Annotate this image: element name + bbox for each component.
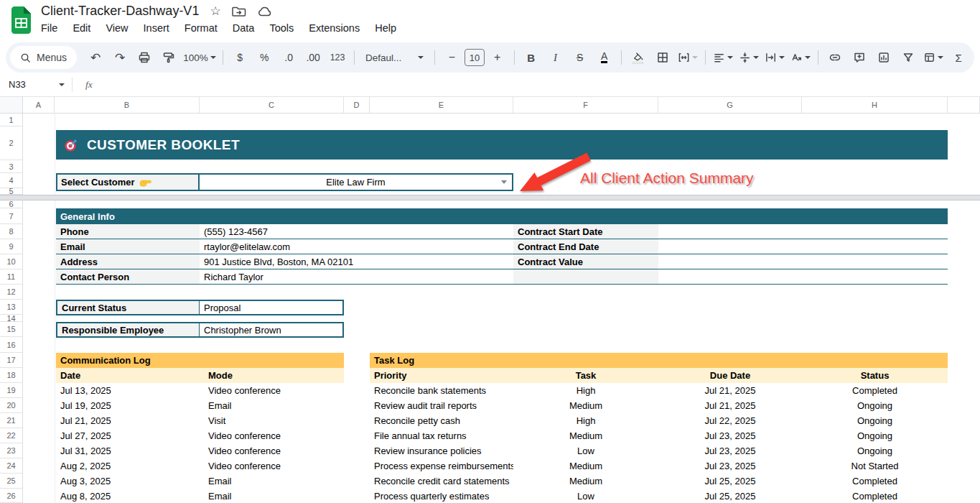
gi-label-contract-value[interactable]: Contract Value (513, 254, 658, 269)
comm-log-mode-cell[interactable]: Video conference (204, 385, 344, 396)
column-header-G[interactable]: G (658, 97, 802, 114)
gi-label-phone[interactable]: Phone (56, 224, 200, 239)
font-select[interactable]: Defaul... (360, 47, 429, 68)
bold-button[interactable]: B (520, 47, 543, 68)
task-log-status-cell[interactable]: Completed (802, 476, 948, 486)
menus-search-button[interactable]: Menus (10, 46, 77, 69)
row-header-12[interactable]: 12 (0, 285, 23, 300)
row-header-16[interactable]: 16 (0, 337, 23, 353)
task-log-col-priority[interactable]: Priority (370, 370, 513, 381)
create-filter-button[interactable] (897, 47, 920, 68)
task-log-task-cell[interactable]: Review audit trail reports (370, 400, 513, 411)
cloud-status-icon[interactable] (257, 6, 273, 17)
comm-log-date-cell[interactable]: Jul 27, 2025 (56, 430, 204, 441)
task-log-task-cell[interactable]: Reconcile credit card statements (370, 476, 513, 486)
task-log-due-date-cell[interactable]: Jul 25, 2025 (658, 491, 802, 502)
task-log-due-date-cell[interactable]: Jul 22, 2025 (658, 415, 802, 426)
task-log-task-cell[interactable]: Process quarterly estimates (370, 491, 513, 502)
task-log-status-cell[interactable]: Completed (802, 491, 948, 502)
zoom-select[interactable]: 100% (182, 47, 218, 68)
row-header-5[interactable]: 5 (0, 188, 23, 195)
gi-value-cell[interactable]: Richard Taylor (200, 269, 513, 284)
general-info-header[interactable]: General Info (56, 208, 948, 224)
task-log-col-due-date[interactable]: Due Date (658, 370, 802, 381)
text-color-button[interactable]: A (593, 47, 616, 68)
row-header-18[interactable]: 18 (0, 368, 23, 383)
responsible-employee-value[interactable]: Christopher Brown (200, 323, 342, 336)
insert-link-button[interactable] (823, 47, 846, 68)
responsible-employee-label[interactable]: Responsible Employee (57, 323, 200, 336)
task-log-due-date-cell[interactable]: Jul 23, 2025 (658, 446, 802, 456)
comm-log-col-date[interactable]: Date (56, 370, 204, 381)
task-log-status-cell[interactable]: Completed (802, 385, 948, 396)
menu-help[interactable]: Help (375, 22, 396, 34)
gi-label-email[interactable]: Email (56, 239, 200, 254)
name-box[interactable]: N33 (0, 79, 65, 90)
gi-value-cell[interactable] (658, 224, 948, 239)
column-header-H[interactable]: H (802, 97, 948, 114)
task-log-task-cell[interactable]: Reconcile bank statements (370, 385, 513, 396)
increase-font-size-button[interactable]: + (486, 47, 509, 68)
text-wrap-button[interactable] (762, 47, 787, 68)
row-header-2[interactable]: 2 (0, 126, 23, 160)
task-log-header[interactable]: Task Log (370, 353, 948, 368)
insert-chart-button[interactable] (872, 47, 895, 68)
select-customer-label-cell[interactable]: Select Customer (57, 175, 200, 190)
merge-cells-button[interactable] (676, 47, 700, 68)
column-header-B[interactable]: B (55, 97, 200, 114)
currency-format-button[interactable]: $ (228, 47, 251, 68)
menu-edit[interactable]: Edit (73, 22, 90, 34)
text-rotate-button[interactable] (788, 47, 813, 68)
insert-comment-button[interactable] (848, 47, 871, 68)
move-folder-icon[interactable] (232, 6, 246, 17)
increase-decimal-button[interactable]: .00 (302, 47, 325, 68)
task-log-task-cell[interactable]: File annual tax returns (370, 430, 513, 441)
menu-tools[interactable]: Tools (269, 22, 294, 34)
italic-button[interactable]: I (544, 47, 567, 68)
row-header-6[interactable]: 6 (0, 200, 23, 208)
comm-log-date-cell[interactable]: Aug 3, 2025 (56, 476, 204, 486)
document-title[interactable]: Client-Tracker-Dashway-V1 (41, 4, 199, 19)
row-header-13[interactable]: 13 (0, 300, 23, 315)
task-log-status-cell[interactable]: Ongoing (802, 430, 948, 441)
task-log-priority-cell[interactable]: Medium (513, 461, 658, 471)
decrease-font-size-button[interactable]: − (440, 47, 463, 68)
gi-value-cell[interactable]: (555) 123-4567 (200, 224, 513, 239)
comm-log-date-cell[interactable]: Jul 31, 2025 (56, 446, 204, 456)
task-log-priority-cell[interactable]: High (513, 385, 658, 396)
task-log-priority-cell[interactable]: Low (513, 446, 658, 456)
task-log-due-date-cell[interactable]: Jul 21, 2025 (658, 385, 802, 396)
row-header-1[interactable]: 1 (0, 114, 23, 126)
undo-button[interactable]: ↶ (84, 47, 107, 68)
fill-color-button[interactable] (627, 47, 650, 68)
paint-format-button[interactable] (157, 47, 180, 68)
task-log-status-cell[interactable]: Ongoing (802, 400, 948, 411)
current-status-label[interactable]: Current Status (57, 301, 200, 314)
comm-log-mode-cell[interactable]: Email (204, 400, 344, 411)
task-log-due-date-cell[interactable]: Jul 25, 2025 (658, 476, 802, 486)
gi-value-cell[interactable] (658, 269, 948, 284)
sheets-logo-icon[interactable] (11, 6, 31, 34)
menu-data[interactable]: Data (233, 22, 255, 34)
select-all-corner[interactable] (0, 97, 23, 114)
row-header-4[interactable]: 4 (0, 173, 23, 188)
frozen-rows-divider[interactable] (0, 195, 980, 200)
row-header-22[interactable]: 22 (0, 428, 23, 443)
column-header-E[interactable]: E (370, 97, 513, 114)
comm-log-mode-cell[interactable]: Video conference (204, 461, 344, 471)
column-header-C[interactable]: C (200, 97, 344, 114)
task-log-priority-cell[interactable]: Medium (513, 476, 658, 486)
row-header-24[interactable]: 24 (0, 458, 23, 474)
task-log-status-cell[interactable]: Not Started (802, 461, 948, 471)
gi-label-blank[interactable] (513, 269, 658, 284)
strikethrough-button[interactable]: S (569, 47, 592, 68)
functions-button[interactable]: Σ (947, 47, 970, 68)
row-header-3[interactable]: 3 (0, 160, 23, 173)
comm-log-mode-cell[interactable]: Email (204, 476, 344, 486)
gi-value-cell[interactable]: 901 Justice Blvd, Boston, MA 02101 (200, 254, 513, 269)
row-header-7[interactable]: 7 (0, 208, 23, 224)
comm-log-mode-cell[interactable]: Visit (204, 415, 344, 426)
decrease-decimal-button[interactable]: .0 (277, 47, 300, 68)
row-header-25[interactable]: 25 (0, 474, 23, 489)
horizontal-align-button[interactable] (711, 47, 735, 68)
